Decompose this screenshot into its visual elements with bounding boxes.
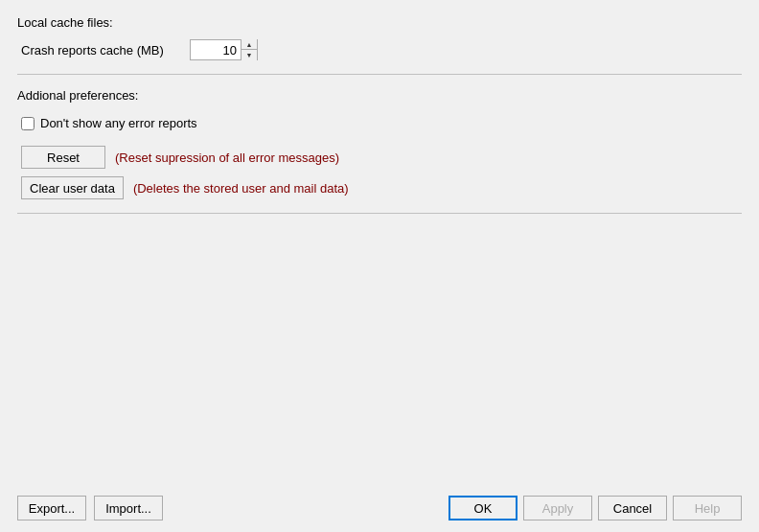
footer-right: OK Apply Cancel Help — [448, 496, 742, 520]
crash-reports-label: Crash reports cache (MB) — [21, 43, 174, 58]
spinner-down-btn[interactable]: ▼ — [242, 50, 257, 60]
local-cache-label: Local cache files: — [17, 15, 742, 30]
import-button[interactable]: Import... — [94, 496, 163, 520]
help-button[interactable]: Help — [673, 496, 742, 520]
divider-2 — [17, 213, 742, 214]
clear-user-data-hint: (Deletes the stored user and mail data) — [133, 181, 349, 196]
clear-user-data-row: Clear user data (Deletes the stored user… — [21, 176, 742, 199]
error-reports-checkbox[interactable] — [21, 117, 34, 130]
error-reports-label: Don't show any error reports — [40, 116, 197, 130]
reset-button[interactable]: Reset — [21, 146, 105, 169]
buttons-section: Reset (Reset supression of all error mes… — [21, 146, 742, 199]
error-reports-checkbox-row[interactable]: Don't show any error reports — [21, 116, 742, 130]
reset-row: Reset (Reset supression of all error mes… — [21, 146, 742, 169]
additional-label: Addional preferences: — [17, 88, 742, 103]
additional-section: Addional preferences: — [17, 88, 742, 103]
spinner-up-btn[interactable]: ▲ — [242, 39, 257, 50]
reset-hint: (Reset supression of all error messages) — [115, 150, 339, 165]
crash-reports-input[interactable] — [191, 40, 241, 59]
footer: Export... Import... OK Apply Cancel Help — [0, 486, 759, 532]
divider-1 — [17, 74, 742, 75]
footer-left: Export... Import... — [17, 496, 163, 520]
crash-reports-spinner[interactable]: ▲ ▼ — [190, 39, 258, 60]
cache-row: Crash reports cache (MB) ▲ ▼ — [21, 39, 742, 60]
spinner-buttons: ▲ ▼ — [241, 39, 257, 60]
apply-button[interactable]: Apply — [523, 496, 592, 520]
export-button[interactable]: Export... — [17, 496, 86, 520]
main-content: Local cache files: Crash reports cache (… — [0, 0, 759, 486]
ok-button[interactable]: OK — [448, 496, 518, 520]
cancel-button[interactable]: Cancel — [598, 496, 667, 520]
clear-user-data-button[interactable]: Clear user data — [21, 176, 124, 199]
